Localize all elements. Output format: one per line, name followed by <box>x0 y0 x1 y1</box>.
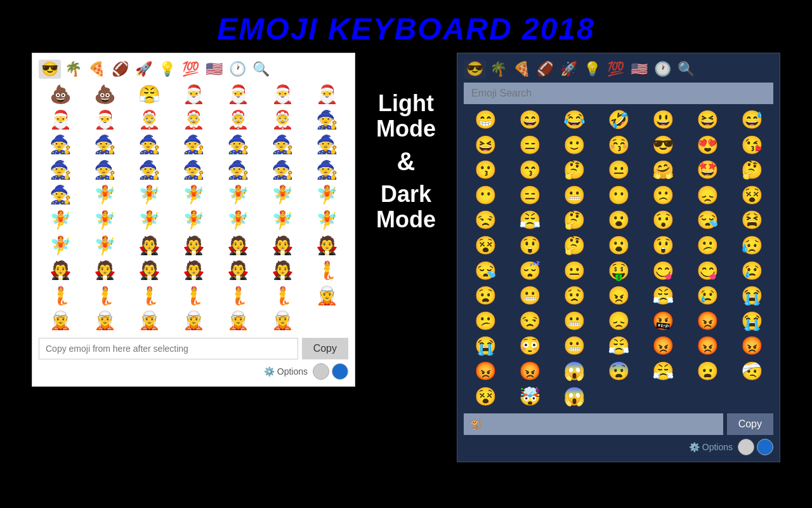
dark-emoji-53[interactable]: 😤 <box>641 284 684 308</box>
dark-emoji-2[interactable]: 😂 <box>553 108 596 132</box>
dark-emoji-75[interactable]: 😦 <box>686 359 729 384</box>
dark-copy-input[interactable] <box>464 413 723 435</box>
dark-toggle-dark-circle[interactable] <box>757 439 773 455</box>
dark-cat-icon-2[interactable]: 🍕 <box>511 60 533 79</box>
dark-emoji-39[interactable]: 😲 <box>641 234 684 258</box>
light-emoji-44[interactable]: 🧛 <box>128 234 171 258</box>
dark-emoji-37[interactable]: 🤔 <box>553 234 596 258</box>
dark-emoji-72[interactable]: 😱 <box>553 359 596 384</box>
dark-emoji-29[interactable]: 😤 <box>508 208 551 232</box>
light-cat-icon-3[interactable]: 🏈 <box>109 60 131 79</box>
dark-emoji-7[interactable]: 😆 <box>464 133 507 157</box>
light-options-label[interactable]: ⚙️ Options <box>264 366 308 377</box>
dark-emoji-14[interactable]: 😗 <box>464 158 507 182</box>
light-emoji-51[interactable]: 🧛 <box>128 258 171 283</box>
dark-emoji-49[interactable]: 😧 <box>464 284 507 308</box>
dark-emoji-73[interactable]: 😨 <box>597 359 640 384</box>
light-cat-icon-8[interactable]: 🕐 <box>226 60 249 79</box>
dark-cat-icon-0[interactable]: 😎 <box>464 60 486 79</box>
light-emoji-64[interactable]: 🧝 <box>83 309 126 333</box>
dark-emoji-65[interactable]: 😬 <box>553 334 596 358</box>
light-emoji-11[interactable]: 🤶 <box>216 108 259 132</box>
dark-emoji-31[interactable]: 😮 <box>597 208 640 232</box>
dark-emoji-57[interactable]: 😒 <box>508 309 551 333</box>
dark-emoji-79[interactable]: 😱 <box>553 385 596 409</box>
dark-emoji-5[interactable]: 😆 <box>686 108 729 132</box>
dark-emoji-45[interactable]: 🤑 <box>597 259 640 283</box>
dark-emoji-43[interactable]: 😴 <box>508 259 551 283</box>
dark-options-label[interactable]: ⚙️ Options <box>689 442 733 452</box>
toggle-light-circle[interactable] <box>313 363 329 380</box>
toggle-dark-circle[interactable] <box>332 363 348 380</box>
light-emoji-65[interactable]: 🧝 <box>128 309 171 333</box>
light-emoji-46[interactable]: 🧛 <box>216 234 259 258</box>
dark-emoji-42[interactable]: 😪 <box>464 259 507 283</box>
light-emoji-42[interactable]: 🧚 <box>39 234 82 258</box>
light-emoji-50[interactable]: 🧛 <box>83 258 126 283</box>
light-copy-input[interactable] <box>39 338 298 359</box>
dark-cat-icon-7[interactable]: 🇺🇸 <box>628 60 650 79</box>
light-emoji-5[interactable]: 🎅 <box>261 83 304 107</box>
light-cat-icon-6[interactable]: 💯 <box>180 60 202 79</box>
dark-emoji-19[interactable]: 🤩 <box>686 158 729 182</box>
dark-cat-icon-3[interactable]: 🏈 <box>534 60 556 79</box>
dark-emoji-77[interactable]: 😵 <box>464 385 507 409</box>
light-emoji-12[interactable]: 🤶 <box>261 108 304 132</box>
dark-emoji-33[interactable]: 😪 <box>686 208 729 232</box>
dark-emoji-21[interactable]: 😶 <box>464 184 507 208</box>
light-emoji-57[interactable]: 🧜 <box>83 284 126 308</box>
light-emoji-40[interactable]: 🧚 <box>261 208 304 232</box>
dark-emoji-48[interactable]: 😢 <box>730 259 773 283</box>
dark-cat-icon-9[interactable]: 🔍 <box>675 60 697 79</box>
light-emoji-35[interactable]: 🧚 <box>39 208 82 232</box>
dark-cat-icon-8[interactable]: 🕐 <box>652 60 674 79</box>
dark-emoji-74[interactable]: 😤 <box>641 359 684 384</box>
light-emoji-53[interactable]: 🧛 <box>216 258 259 283</box>
dark-emoji-13[interactable]: 😘 <box>730 133 773 157</box>
dark-emoji-60[interactable]: 🤬 <box>641 309 684 333</box>
dark-emoji-18[interactable]: 🤗 <box>641 158 684 182</box>
light-emoji-1[interactable]: 💩 <box>83 83 126 107</box>
dark-toggle-light-circle[interactable] <box>738 439 754 455</box>
dark-emoji-50[interactable]: 😬 <box>508 284 551 308</box>
light-emoji-18[interactable]: 🧙 <box>216 133 259 157</box>
light-emoji-55[interactable]: 🧜 <box>305 258 348 283</box>
light-emoji-24[interactable]: 🧙 <box>172 158 215 182</box>
light-emoji-39[interactable]: 🧚 <box>216 208 259 232</box>
light-emoji-25[interactable]: 🧙 <box>216 158 259 182</box>
dark-emoji-44[interactable]: 😐 <box>553 259 596 283</box>
dark-toggle[interactable] <box>738 439 773 455</box>
light-emoji-20[interactable]: 🧙 <box>305 133 348 157</box>
dark-emoji-3[interactable]: 🤣 <box>597 108 640 132</box>
light-emoji-8[interactable]: 🎅 <box>83 108 126 132</box>
light-emoji-41[interactable]: 🧚 <box>305 208 348 232</box>
dark-emoji-16[interactable]: 🤔 <box>553 158 596 182</box>
light-emoji-66[interactable]: 🧝 <box>172 309 215 333</box>
dark-cat-icon-1[interactable]: 🌴 <box>487 60 509 79</box>
dark-emoji-20[interactable]: 🤔 <box>730 158 773 182</box>
light-emoji-26[interactable]: 🧙 <box>261 158 304 182</box>
dark-emoji-8[interactable]: 😑 <box>508 133 551 157</box>
dark-emoji-59[interactable]: 😞 <box>597 309 640 333</box>
dark-emoji-17[interactable]: 😐 <box>597 158 640 182</box>
dark-emoji-1[interactable]: 😄 <box>508 108 551 132</box>
light-emoji-29[interactable]: 🧚 <box>83 183 126 207</box>
dark-emoji-32[interactable]: 😯 <box>641 208 684 232</box>
dark-emoji-38[interactable]: 😮 <box>597 234 640 258</box>
dark-emoji-4[interactable]: 😃 <box>641 108 684 132</box>
light-cat-icon-5[interactable]: 💡 <box>156 60 178 79</box>
light-emoji-38[interactable]: 🧚 <box>172 208 215 232</box>
light-emoji-48[interactable]: 🧛 <box>305 234 348 258</box>
dark-emoji-58[interactable]: 😬 <box>553 309 596 333</box>
dark-emoji-63[interactable]: 😭 <box>464 334 507 358</box>
light-emoji-16[interactable]: 🧙 <box>128 133 171 157</box>
light-emoji-32[interactable]: 🧚 <box>216 183 259 207</box>
light-emoji-27[interactable]: 🧙 <box>305 158 348 182</box>
dark-emoji-23[interactable]: 😬 <box>553 184 596 208</box>
dark-emoji-36[interactable]: 😲 <box>508 234 551 258</box>
dark-emoji-70[interactable]: 😡 <box>464 359 507 384</box>
light-emoji-63[interactable]: 🧝 <box>39 309 82 333</box>
light-emoji-21[interactable]: 🧙 <box>39 158 82 182</box>
dark-emoji-34[interactable]: 😫 <box>730 208 773 232</box>
dark-emoji-46[interactable]: 😋 <box>641 259 684 283</box>
